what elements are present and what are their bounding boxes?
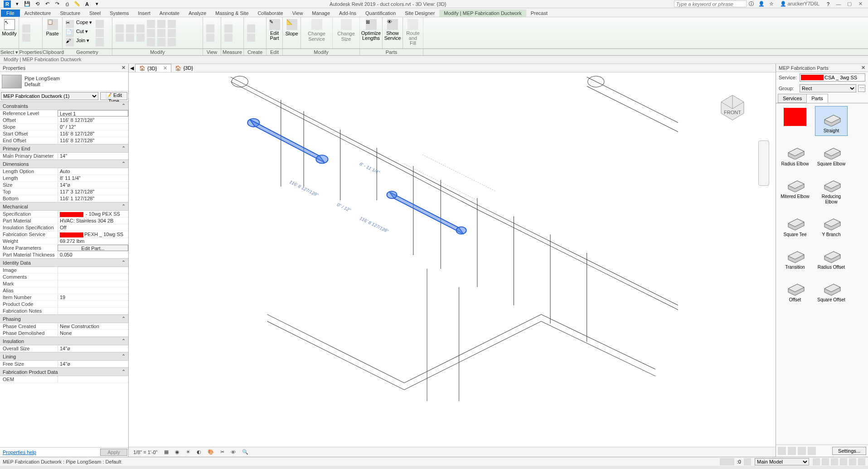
modify-icon-8[interactable] (168, 29, 176, 37)
property-value[interactable]: 0.050 (58, 251, 128, 258)
geom-icon-3[interactable] (96, 38, 104, 46)
view-tab-1[interactable]: 🏠 {3D} (171, 64, 196, 72)
view-tab-0[interactable]: 🏠 {3D}✕ (135, 64, 171, 72)
property-group-header[interactable]: Insulation⌃ (0, 337, 128, 345)
canvas-3d-view[interactable]: 116' 8 127/128" 8' - 11 1/4" 0" / 12" 11… (129, 73, 776, 447)
type-selector[interactable]: Pipe LongSeamDefault (0, 72, 128, 91)
property-value[interactable] (58, 308, 128, 314)
offset-icon[interactable] (126, 34, 134, 42)
property-value[interactable]: 69.272 lbm (58, 238, 128, 244)
create-icon-2[interactable] (247, 34, 255, 42)
redo-icon[interactable]: ↷ (53, 0, 61, 8)
workset-select[interactable]: Main Model (755, 458, 809, 465)
fab-close[interactable]: ✕ (861, 65, 865, 71)
property-value[interactable]: Off (58, 224, 128, 231)
property-group-header[interactable]: Primary End⌃ (0, 144, 128, 153)
view-icon-1[interactable] (206, 24, 214, 33)
measure-icon-2[interactable] (224, 34, 233, 42)
tab-structure[interactable]: Structure (55, 10, 85, 17)
fab-tab-services[interactable]: Services (778, 94, 807, 103)
more-icon[interactable]: ▾ (93, 0, 101, 8)
tab-collaborate[interactable]: Collaborate (253, 10, 287, 17)
property-value[interactable]: None (58, 330, 128, 336)
property-value[interactable]: Edit Part... (58, 245, 128, 251)
help-icon[interactable]: ? (824, 0, 832, 8)
user-name[interactable]: 👤 aruckerY7D6L (780, 1, 820, 7)
type-props-icon[interactable] (22, 34, 30, 42)
fab-icon-3[interactable] (798, 447, 806, 455)
search-input[interactable] (674, 0, 747, 7)
reveal-icon[interactable]: 🔍 (240, 449, 250, 455)
align-icon[interactable] (126, 24, 134, 33)
tab-manage[interactable]: Manage (307, 10, 335, 17)
property-value[interactable]: 116' 8 127/128" (58, 137, 128, 144)
fab-part-5[interactable]: Reducing Elbow (815, 172, 848, 207)
property-value[interactable]: 116' 1 127/128" (58, 195, 128, 202)
tab-precast[interactable]: Precast (526, 10, 552, 17)
undo-icon[interactable]: ↶ (44, 0, 51, 8)
property-group-header[interactable]: Mechanical⌃ (0, 202, 128, 211)
properties-close[interactable]: ✕ (121, 65, 126, 71)
fab-icon-4[interactable] (808, 447, 816, 455)
paste-button[interactable]: 📋Paste (45, 18, 59, 37)
sync-icon[interactable]: ⟲ (34, 0, 41, 8)
shadows-icon[interactable]: ◐ (195, 449, 203, 455)
fabrication-parts-list[interactable]: StraightRadius ElbowSquare ElbowMitered … (776, 103, 868, 445)
modify-tool-button[interactable]: ↖Modify (3, 18, 16, 37)
fab-settings-button[interactable]: Settings... (832, 447, 866, 455)
text-icon[interactable]: A (83, 0, 91, 8)
fab-part-3[interactable]: Square Elbow (815, 140, 848, 169)
save-icon[interactable]: 💾 (24, 0, 31, 8)
modify-icon-9[interactable] (168, 38, 176, 46)
property-value[interactable]: PEXH _ 10wg SS (58, 231, 128, 237)
tab-insert[interactable]: Insert (133, 10, 155, 17)
view-cube[interactable]: FRONT (717, 91, 748, 122)
modify-icon-1[interactable] (147, 20, 155, 28)
create-icon-1[interactable] (247, 24, 255, 33)
property-value[interactable] (58, 301, 128, 307)
fab-part-0[interactable] (779, 106, 811, 136)
property-value[interactable]: - 10wg PEX SS (58, 211, 128, 217)
tab-view[interactable]: View (288, 10, 308, 17)
fab-part-4[interactable]: Mitered Elbow (779, 172, 811, 207)
optimize-button[interactable]: ⊞Optimize Lengths (363, 18, 379, 42)
modify-icon-6[interactable] (157, 38, 165, 46)
property-group-header[interactable]: Lining⌃ (0, 352, 128, 361)
service-select[interactable]: CSA _ 3wg SS (800, 73, 865, 82)
fab-tab-parts[interactable]: Parts (806, 94, 828, 103)
view-icon-2[interactable] (206, 34, 214, 42)
revit-icon[interactable]: R (4, 0, 11, 8)
show-service-button[interactable]: 👁Show Service (385, 18, 400, 42)
modify-icon-2[interactable] (147, 29, 155, 37)
fab-part-9[interactable]: Radius Offset (815, 243, 848, 272)
fab-part-7[interactable]: Y Branch (815, 210, 848, 239)
property-value[interactable]: 19 (58, 294, 128, 300)
property-group-header[interactable]: Fabrication Product Data⌃ (0, 367, 128, 376)
hide-icon[interactable]: 👁 (229, 450, 238, 455)
status-icon-1[interactable] (720, 458, 727, 465)
fab-part-11[interactable]: Square Offset (815, 276, 848, 305)
property-group-header[interactable]: Constraints⌃ (0, 102, 128, 110)
property-value[interactable]: 116' 8 127/128" (58, 117, 128, 123)
property-value[interactable] (58, 267, 128, 273)
select-face-icon[interactable] (840, 458, 847, 465)
property-value[interactable]: HVAC: Stainless 304 2B (58, 218, 128, 224)
copy-clip-icon[interactable]: 📄 (66, 29, 74, 37)
match-icon[interactable]: 🖌 (66, 38, 74, 46)
modify-icon-5[interactable] (157, 29, 165, 37)
cope-dropdown[interactable]: Cope ▾ (74, 19, 94, 29)
close-button[interactable]: ✕ (856, 0, 864, 7)
slope-button[interactable]: 📐Slope (286, 18, 298, 37)
cut-dropdown[interactable]: Cut ▾ (74, 29, 90, 38)
crop-icon[interactable]: ✂ (218, 449, 226, 455)
info-icon[interactable]: ⓘ (748, 0, 755, 8)
visual-style-icon[interactable]: ◉ (173, 449, 181, 455)
property-value[interactable] (58, 274, 128, 280)
select-underlay-icon[interactable] (822, 458, 829, 465)
print-icon[interactable]: ⎙ (63, 0, 71, 8)
apply-button[interactable]: Apply (100, 449, 127, 456)
property-value[interactable]: 0" / 12" (58, 124, 128, 130)
tab-sitedesigner[interactable]: Site Designer (400, 10, 439, 17)
property-value[interactable]: 14" (58, 153, 128, 159)
tab-annotate[interactable]: Annotate (155, 10, 184, 17)
